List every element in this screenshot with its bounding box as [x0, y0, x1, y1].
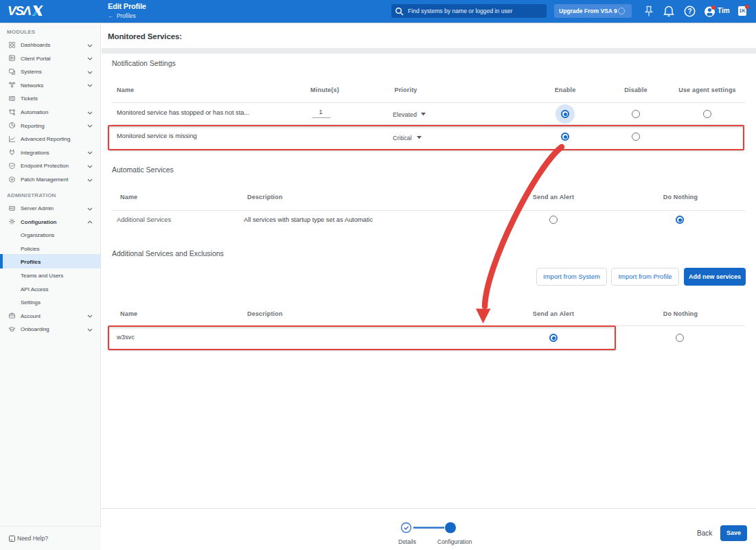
svg-text:?: ?: [687, 8, 691, 15]
